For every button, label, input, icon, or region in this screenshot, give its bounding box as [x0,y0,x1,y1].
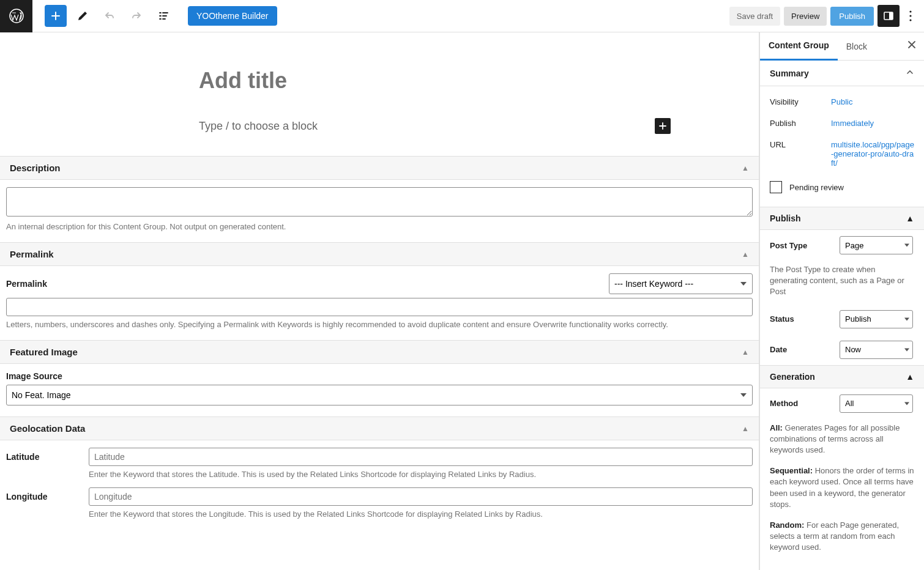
yootheme-builder-button[interactable]: YOOtheme Builder [188,6,277,26]
collapse-icon: ▲ [906,372,914,382]
latitude-help: Enter the Keyword that stores the Latitu… [89,470,753,479]
preview-button[interactable]: Preview [784,7,827,26]
settings-sidebar: Content Group Block Summary Visibility P… [759,32,924,570]
panel-icon [882,10,895,22]
publish-panel-header[interactable]: Publish ▲ [760,207,924,230]
post-type-help: The Post Type to create when generating … [760,261,924,304]
featured-image-section-header[interactable]: Featured Image ▲ [0,341,759,364]
plus-icon [50,10,62,22]
date-label: Date [770,345,787,354]
publish-time-label: Publish [770,119,831,128]
close-icon [907,40,917,50]
wordpress-icon [9,9,24,23]
publish-time-link[interactable]: Immediately [831,119,914,128]
sidebar-close-button[interactable] [900,40,924,53]
geolocation-section: Geolocation Data ▲ Latitude Enter the Ke… [0,416,759,530]
url-label: URL [770,140,831,168]
permalink-help: Letters, numbers, underscores and dashes… [6,320,753,329]
geolocation-section-header[interactable]: Geolocation Data ▲ [0,417,759,440]
permalink-field-label: Permalink [6,279,89,289]
method-select[interactable]: All [840,394,913,413]
summary-title: Summary [770,68,809,78]
tab-block[interactable]: Block [838,32,876,60]
collapse-icon: ▲ [742,424,749,433]
permalink-input[interactable] [6,298,753,316]
svg-point-4 [909,15,911,17]
description-help: An internal description for this Content… [6,222,753,231]
method-help-random: Random: For each Page generated, selects… [760,516,924,560]
latitude-input[interactable] [89,448,753,466]
image-source-select[interactable]: No Feat. Image [6,385,753,405]
pending-review-label: Pending review [789,183,844,192]
redo-button[interactable] [125,5,147,27]
description-section-header[interactable]: Description ▲ [0,157,759,180]
pending-review-checkbox[interactable] [770,181,782,193]
description-textarea[interactable] [6,187,753,217]
method-help-sequential: Sequential: Honors the order of terms in… [760,462,924,516]
svg-point-3 [909,10,911,12]
svg-point-5 [909,19,911,21]
edit-mode-button[interactable] [72,5,94,27]
status-select[interactable]: Publish [840,310,913,328]
add-block-toolbar-button[interactable] [45,5,67,27]
method-label: Method [770,399,798,408]
collapse-icon: ▲ [742,348,749,357]
undo-icon [103,10,116,22]
wp-logo-button[interactable] [0,0,32,32]
summary-panel-header[interactable]: Summary [760,61,924,86]
post-type-label: Post Type [770,241,807,250]
visibility-link[interactable]: Public [831,97,914,106]
permalink-section-header[interactable]: Permalink ▲ [0,243,759,266]
editor-canvas: Add title Type / to choose a block Descr… [0,32,759,570]
list-view-icon [157,10,170,22]
redo-icon [130,10,143,22]
method-help-all: All: Generates Pages for all possible co… [760,419,924,462]
section-title: Featured Image [10,347,78,357]
status-label: Status [770,314,794,324]
document-overview-button[interactable] [152,5,174,27]
generation-panel-title: Generation [770,372,815,382]
collapse-icon: ▲ [906,213,914,223]
url-link[interactable]: multisite.local/pgp/page-generator-pro/a… [831,140,914,168]
post-type-select[interactable]: Page [840,236,913,254]
collapse-icon: ▲ [742,250,749,259]
tab-content-group[interactable]: Content Group [760,33,838,61]
save-draft-button[interactable]: Save draft [729,7,780,26]
collapse-icon: ▲ [742,164,749,172]
dots-vertical-icon [909,10,912,21]
permalink-section: Permalink ▲ Permalink --- Insert Keyword… [0,242,759,340]
section-title: Description [10,163,61,173]
pencil-icon [76,10,89,22]
visibility-label: Visibility [770,97,831,106]
add-block-inline-button[interactable] [655,118,671,134]
settings-panel-toggle[interactable] [877,5,900,27]
svg-rect-2 [889,12,893,20]
date-select[interactable]: Now [840,341,913,359]
longitude-help: Enter the Keyword that stores the Longit… [89,509,753,519]
undo-button[interactable] [99,5,121,27]
options-menu-button[interactable] [903,5,918,27]
post-title-input[interactable]: Add title [199,62,673,100]
top-toolbar: YOOtheme Builder Save draft Preview Publ… [0,0,924,32]
sidebar-tabs: Content Group Block [760,32,924,61]
longitude-label: Longitude [6,492,89,502]
longitude-input[interactable] [89,487,753,506]
publish-button[interactable]: Publish [830,7,874,26]
plus-icon [658,121,668,131]
chevron-up-icon [906,68,914,78]
section-title: Permalink [10,249,54,259]
publish-panel-title: Publish [770,213,801,223]
generation-panel-header[interactable]: Generation ▲ [760,365,924,388]
description-section: Description ▲ An internal description fo… [0,156,759,242]
permalink-keyword-select[interactable]: --- Insert Keyword --- [609,273,753,294]
section-title: Geolocation Data [10,423,85,434]
latitude-label: Latitude [6,452,89,462]
image-source-label: Image Source [6,371,753,381]
block-prompt[interactable]: Type / to choose a block [199,120,655,133]
featured-image-section: Featured Image ▲ Image Source No Feat. I… [0,340,759,416]
